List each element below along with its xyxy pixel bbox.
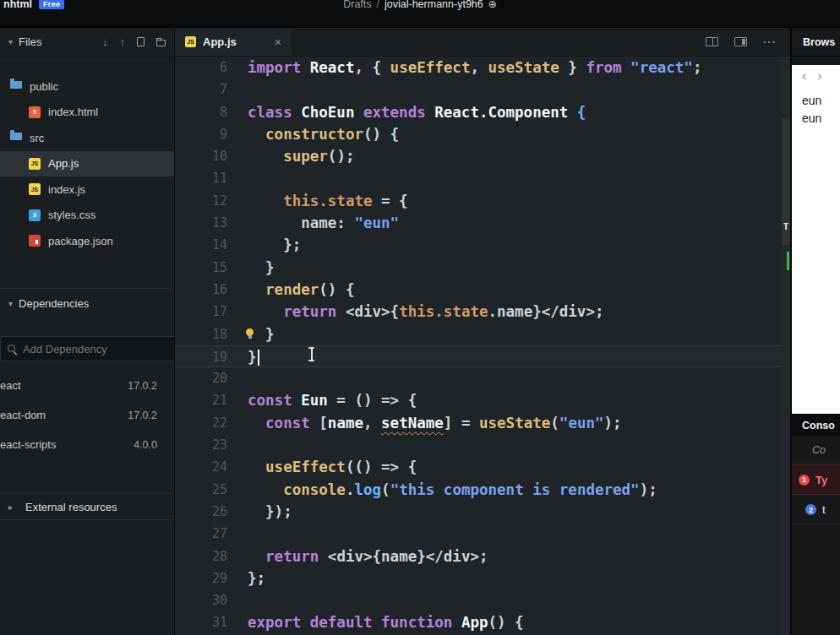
code-line[interactable]: 20 bbox=[175, 367, 782, 389]
console-row[interactable]: 1Ty bbox=[792, 464, 840, 495]
line-number: 12 bbox=[175, 190, 227, 212]
code-line[interactable]: 19} bbox=[175, 345, 782, 367]
code-line[interactable]: 8class ChoEun extends React.Component { bbox=[175, 101, 782, 123]
file-tree: public5index.htmlsrcJSApp.jsJSindex.js3s… bbox=[0, 57, 174, 254]
code-text bbox=[227, 434, 248, 456]
file-tree-item[interactable]: package.json bbox=[0, 228, 174, 254]
new-file-icon[interactable] bbox=[137, 37, 145, 46]
file-tree-item[interactable]: public bbox=[0, 73, 174, 100]
code-line[interactable]: 30 bbox=[175, 589, 782, 611]
preview-text-line: eun bbox=[802, 92, 840, 110]
tab-app-js[interactable]: JS App.js × bbox=[175, 28, 292, 56]
dependencies-header-label: Dependencies bbox=[19, 297, 89, 310]
globe-icon[interactable]: ⊕ bbox=[488, 0, 497, 10]
chevron-right-icon[interactable]: ▸ bbox=[8, 502, 13, 512]
close-tab-icon[interactable]: × bbox=[275, 35, 281, 49]
js-icon: JS bbox=[29, 183, 41, 195]
code-line[interactable]: 31export default function App() { bbox=[175, 611, 782, 633]
code-line[interactable]: 25 console.log("this component is render… bbox=[175, 479, 782, 501]
code-line[interactable]: 29}; bbox=[175, 567, 782, 589]
code-line[interactable]: 21const Eun = () => { bbox=[175, 389, 782, 411]
preview-text-line: eun bbox=[802, 110, 840, 128]
file-tree-item[interactable]: src bbox=[0, 125, 174, 151]
file-name: App.js bbox=[48, 157, 79, 170]
console-header[interactable]: Conso bbox=[792, 414, 840, 436]
dependency-item[interactable]: eact-dom17.0.2 bbox=[0, 400, 174, 430]
breadcrumb-section[interactable]: Drafts bbox=[343, 0, 371, 10]
code-line[interactable]: 13 name: "eun" bbox=[175, 212, 782, 234]
forward-icon[interactable]: › bbox=[817, 68, 821, 84]
dependencies-section-header[interactable]: ▾ Dependencies bbox=[0, 289, 174, 318]
code-line[interactable]: 14 }; bbox=[175, 234, 782, 256]
code-line[interactable]: 6import React, { useEffect, useState } f… bbox=[175, 57, 782, 79]
external-resources-label: External resources bbox=[25, 501, 117, 513]
back-icon[interactable]: ‹ bbox=[802, 68, 806, 84]
files-section-header[interactable]: ▾ Files ↓ ↑ bbox=[0, 28, 174, 57]
code-line[interactable]: 10 super(); bbox=[175, 145, 782, 167]
dependency-version: 17.0.2 bbox=[128, 380, 157, 392]
line-number: 27 bbox=[175, 523, 227, 545]
download-icon[interactable]: ↓ bbox=[102, 35, 108, 48]
code-line[interactable]: 16 render() { bbox=[175, 279, 782, 301]
error-count-badge: 1 bbox=[799, 475, 810, 486]
code-line[interactable]: 7 bbox=[175, 79, 782, 100]
code-line[interactable]: 15 } bbox=[175, 257, 782, 279]
log-count-badge: 2 bbox=[805, 504, 816, 515]
line-number: 19 bbox=[175, 346, 227, 366]
lightbulb-icon[interactable] bbox=[246, 328, 254, 336]
dependency-search-box[interactable] bbox=[0, 336, 175, 361]
chevron-down-icon[interactable]: ▾ bbox=[8, 37, 13, 46]
code-text: name: "eun" bbox=[227, 212, 399, 234]
code-text: const [name, setName] = useState("eun"); bbox=[227, 412, 622, 434]
preview-window-icon[interactable] bbox=[734, 37, 747, 46]
file-tree-item[interactable]: JSApp.js bbox=[0, 151, 174, 177]
code-line[interactable]: 24 useEffect(() => { bbox=[175, 456, 782, 478]
code-line[interactable]: 11 bbox=[175, 167, 782, 189]
breadcrumb-sandbox-name[interactable]: jovial-hermann-yt9h6 bbox=[385, 0, 483, 10]
code-text: }); bbox=[227, 501, 292, 523]
code-line[interactable]: 28 return <div>{name}</div>; bbox=[175, 545, 782, 567]
code-text bbox=[227, 589, 248, 611]
dependency-search-input[interactable] bbox=[23, 343, 172, 355]
dependency-version: 4.0.0 bbox=[134, 439, 157, 451]
external-resources-header[interactable]: ▸ External resources bbox=[0, 493, 174, 520]
code-text: }; bbox=[227, 234, 301, 256]
code-line[interactable]: 23 bbox=[175, 434, 782, 456]
more-options-icon[interactable]: ··· bbox=[763, 38, 777, 46]
dependency-item[interactable]: eact-scripts4.0.0 bbox=[0, 430, 174, 459]
console-rows: 1Ty2t bbox=[792, 464, 840, 525]
code-line[interactable]: 18 } bbox=[175, 323, 782, 345]
console-message: t bbox=[822, 503, 826, 516]
code-line[interactable]: 9 constructor() { bbox=[175, 123, 782, 145]
file-tree-item[interactable]: 3styles.css bbox=[0, 203, 174, 229]
upload-icon[interactable]: ↑ bbox=[120, 35, 126, 48]
code-text: super(); bbox=[227, 145, 354, 167]
split-view-icon[interactable] bbox=[706, 37, 718, 46]
code-text: console.log("this component is rendered"… bbox=[227, 479, 657, 501]
code-text: this.state = { bbox=[227, 190, 408, 212]
code-line[interactable]: 22 const [name, setName] = useState("eun… bbox=[175, 412, 782, 434]
file-tree-item[interactable]: 5index.html bbox=[0, 100, 174, 126]
dependency-item[interactable]: eact17.0.2 bbox=[0, 371, 174, 400]
ruler-marker: T bbox=[782, 221, 790, 232]
code-line[interactable]: 26 }); bbox=[175, 501, 782, 523]
code-line[interactable]: 17 return <div>{this.state.name}</div>; bbox=[175, 301, 782, 323]
code-line[interactable]: 27 bbox=[175, 523, 782, 545]
new-folder-icon[interactable] bbox=[156, 40, 166, 46]
folder-icon bbox=[10, 133, 22, 140]
dependencies-section: ▾ Dependencies eact17.0.2eact-dom17.0.2e… bbox=[0, 288, 174, 459]
line-number: 7 bbox=[175, 79, 227, 100]
code-line[interactable]: 12 this.state = { bbox=[175, 190, 782, 212]
project-title[interactable]: nhtml bbox=[3, 0, 32, 10]
code-editor[interactable]: 6import React, { useEffect, useState } f… bbox=[175, 57, 782, 635]
console-row[interactable]: 2t bbox=[792, 495, 840, 525]
breadcrumb[interactable]: Drafts / jovial-hermann-yt9h6 ⊕ bbox=[343, 0, 497, 10]
file-tree-item[interactable]: JSindex.js bbox=[0, 176, 174, 203]
tab-browser[interactable]: Brows bbox=[792, 28, 840, 57]
line-number: 18 bbox=[175, 323, 227, 345]
console-message: Ty bbox=[815, 474, 827, 486]
chevron-down-icon[interactable]: ▾ bbox=[8, 299, 13, 308]
editor-scrollbar[interactable]: T bbox=[782, 57, 790, 635]
dependency-version: 17.0.2 bbox=[128, 410, 157, 421]
editor-pane: JS App.js × ··· 6import React, { useEffe… bbox=[175, 28, 790, 635]
